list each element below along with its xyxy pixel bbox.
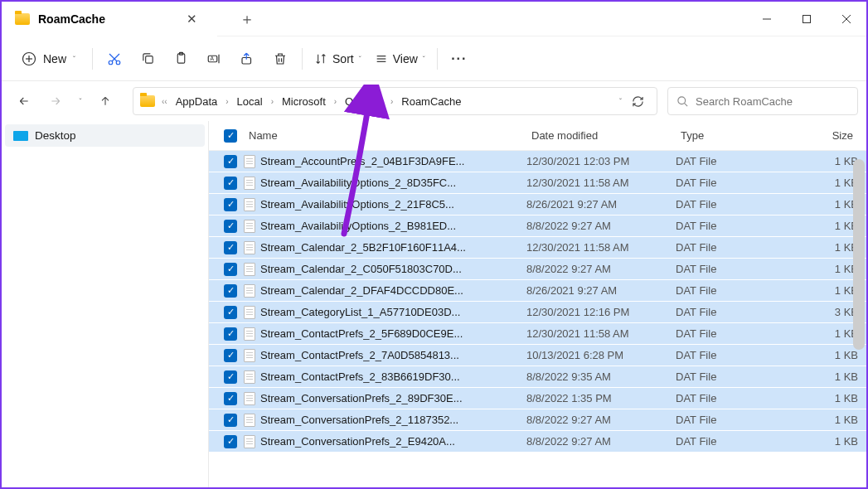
minimize-button[interactable] — [747, 2, 787, 36]
column-name[interactable]: Name — [244, 129, 526, 142]
file-date: 12/30/2021 11:58 AM — [526, 241, 676, 254]
table-row[interactable]: ✓ Stream_ConversationPrefs_2_89DF30E... … — [209, 388, 866, 409]
table-row[interactable]: ✓ Stream_Calendar_2_DFAF4DCCDD80E... 8/2… — [209, 280, 866, 302]
file-size: 1 KB — [792, 155, 858, 167]
file-type: DAT File — [676, 284, 792, 297]
file-date: 8/8/2022 9:27 AM — [526, 263, 676, 275]
back-button[interactable] — [10, 87, 38, 115]
file-type: DAT File — [676, 177, 792, 189]
crumb-roamcache[interactable]: RoamCache — [396, 92, 466, 111]
file-name: Stream_ConversationPrefs_2_E9420A... — [260, 435, 455, 448]
recent-chevron[interactable]: ˇ — [73, 87, 88, 115]
row-checkbox[interactable]: ✓ — [217, 370, 244, 384]
column-date[interactable]: Date modified — [526, 129, 676, 142]
file-type: DAT File — [676, 263, 792, 275]
column-type[interactable]: Type — [676, 129, 792, 142]
file-icon — [244, 220, 255, 233]
row-checkbox[interactable]: ✓ — [217, 155, 244, 168]
table-row[interactable]: ✓ Stream_Calendar_2_5B2F10F160F11A4... 1… — [209, 237, 866, 259]
row-checkbox[interactable]: ✓ — [217, 435, 244, 448]
table-row[interactable]: ✓ Stream_ContactPrefs_2_83B6619DF30... 8… — [209, 366, 866, 388]
close-button[interactable] — [827, 2, 866, 36]
crumb-outlook[interactable]: Outlook — [340, 92, 387, 111]
file-size: 1 KB — [792, 198, 858, 211]
crumb-local[interactable]: Local — [232, 92, 268, 111]
select-all-checkbox[interactable]: ✓ — [217, 129, 244, 143]
close-tab-icon[interactable]: ✕ — [180, 12, 204, 27]
file-name: Stream_CategoryList_1_A57710DE03D... — [260, 306, 460, 318]
share-icon[interactable] — [230, 44, 264, 74]
file-name: Stream_Calendar_2_DFAF4DCCDD80E... — [260, 284, 463, 297]
row-checkbox[interactable]: ✓ — [217, 241, 244, 254]
file-date: 12/30/2021 11:58 AM — [526, 177, 676, 189]
scrollbar-thumb[interactable] — [853, 159, 865, 350]
table-row[interactable]: ✓ Stream_AccountPrefs_2_04B1F3DA9FE... 1… — [209, 151, 866, 172]
table-row[interactable]: ✓ Stream_ConversationPrefs_2_E9420A... 8… — [209, 431, 866, 453]
maximize-button[interactable] — [787, 2, 827, 36]
file-size: 1 KB — [792, 327, 858, 340]
file-name: Stream_AvailabilityOptions_2_B981ED... — [260, 220, 456, 232]
sort-button[interactable]: Sort ˇ — [308, 47, 368, 70]
row-checkbox[interactable]: ✓ — [217, 220, 244, 233]
file-name: Stream_Calendar_2_C050F51803C70D... — [260, 263, 462, 275]
row-checkbox[interactable]: ✓ — [217, 198, 244, 211]
file-type: DAT File — [676, 435, 792, 448]
separator — [92, 48, 93, 70]
row-checkbox[interactable]: ✓ — [217, 306, 244, 319]
crumb-appdata[interactable]: AppData — [171, 92, 223, 111]
file-table[interactable]: ✓ Name Date modified Type Size ✓ Stream_… — [209, 121, 866, 487]
view-button[interactable]: View ˇ — [368, 47, 432, 70]
forward-button[interactable] — [41, 87, 70, 115]
column-size[interactable]: Size — [792, 129, 858, 142]
chevron-left-icon[interactable]: ‹‹ — [162, 97, 167, 106]
file-date: 8/8/2022 1:35 PM — [526, 392, 676, 404]
desktop-icon — [13, 131, 28, 141]
file-icon — [244, 349, 255, 362]
rename-icon[interactable]: A — [197, 44, 230, 74]
cut-icon[interactable] — [98, 44, 131, 74]
row-checkbox[interactable]: ✓ — [217, 414, 244, 427]
file-name-cell: Stream_Calendar_2_5B2F10F160F11A4... — [244, 241, 526, 254]
active-tab[interactable]: RoamCache ✕ — [2, 2, 217, 36]
up-button[interactable] — [91, 87, 119, 115]
row-checkbox[interactable]: ✓ — [217, 327, 244, 341]
sidebar-item-desktop[interactable]: Desktop — [5, 124, 205, 147]
copy-icon[interactable] — [131, 44, 164, 74]
table-row[interactable]: ✓ Stream_CategoryList_1_A57710DE03D... 1… — [209, 302, 866, 323]
chevron-right-icon: › — [271, 97, 274, 106]
delete-icon[interactable] — [264, 44, 297, 74]
paste-icon[interactable] — [164, 44, 197, 74]
table-row[interactable]: ✓ Stream_AvailabilityOptions_2_21F8C5...… — [209, 194, 866, 215]
column-headers: ✓ Name Date modified Type Size — [209, 121, 866, 151]
crumb-microsoft[interactable]: Microsoft — [277, 92, 331, 111]
refresh-button[interactable] — [625, 95, 650, 108]
row-checkbox[interactable]: ✓ — [217, 392, 244, 405]
table-row[interactable]: ✓ Stream_AvailabilityOptions_2_8D35FC...… — [209, 172, 866, 194]
chevron-down-icon[interactable]: ˇ — [619, 97, 622, 105]
file-icon — [244, 155, 255, 168]
search-box[interactable] — [667, 87, 858, 115]
table-row[interactable]: ✓ Stream_Calendar_2_C050F51803C70D... 8/… — [209, 259, 866, 280]
row-checkbox[interactable]: ✓ — [217, 284, 244, 298]
file-date: 8/8/2022 9:35 AM — [526, 370, 676, 383]
table-row[interactable]: ✓ Stream_ContactPrefs_2_5F689D0CE9E... 1… — [209, 323, 866, 345]
breadcrumb[interactable]: ‹‹ AppData› Local› Microsoft› Outlook› R… — [133, 87, 657, 115]
file-icon — [244, 284, 255, 298]
row-checkbox[interactable]: ✓ — [217, 177, 244, 190]
more-icon[interactable]: ··· — [443, 44, 476, 74]
search-input[interactable] — [696, 95, 849, 108]
table-row[interactable]: ✓ Stream_ConversationPrefs_2_1187352... … — [209, 409, 866, 431]
chevron-right-icon: › — [390, 97, 393, 106]
file-name: Stream_ConversationPrefs_2_89DF30E... — [260, 392, 463, 404]
table-row[interactable]: ✓ Stream_ContactPrefs_2_7A0D5854813... 1… — [209, 345, 866, 366]
file-name: Stream_AvailabilityOptions_2_21F8C5... — [260, 198, 454, 211]
file-type: DAT File — [676, 392, 792, 404]
table-row[interactable]: ✓ Stream_AvailabilityOptions_2_B981ED...… — [209, 215, 866, 237]
file-name-cell: Stream_ConversationPrefs_2_E9420A... — [244, 435, 526, 448]
row-checkbox[interactable]: ✓ — [217, 349, 244, 362]
file-name: Stream_ContactPrefs_2_7A0D5854813... — [260, 349, 459, 361]
new-button[interactable]: New ˇ — [10, 46, 87, 72]
file-icon — [244, 435, 255, 448]
new-tab-button[interactable]: ＋ — [230, 9, 264, 29]
row-checkbox[interactable]: ✓ — [217, 263, 244, 276]
